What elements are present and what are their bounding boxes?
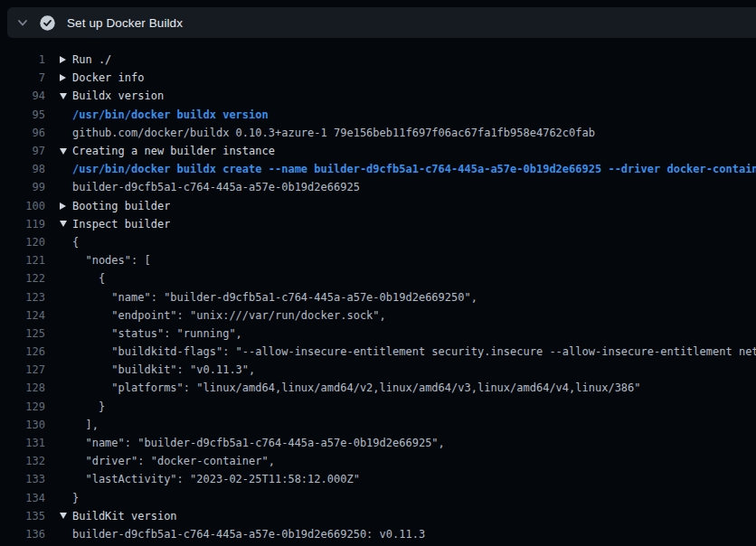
log-group-row[interactable]: 97Creating a new builder instance <box>0 142 756 160</box>
line-number[interactable]: 132 <box>0 455 45 467</box>
log-text: "lastActivity": "2023-02-25T11:58:12.000… <box>72 473 360 485</box>
log-line: 125 "status": "running", <box>0 325 756 343</box>
log-group-row[interactable]: 135BuildKit version <box>0 507 756 525</box>
line-number[interactable]: 100 <box>0 200 45 212</box>
line-number[interactable]: 127 <box>0 363 45 376</box>
line-number[interactable]: 126 <box>0 345 45 358</box>
log-text: ], <box>72 419 99 431</box>
line-number[interactable]: 97 <box>0 145 45 157</box>
chevron-right-icon <box>60 74 66 81</box>
gutter <box>60 202 72 210</box>
group-title: Run ./ <box>72 53 111 66</box>
log-text: builder-d9cfb5a1-c764-445a-a57e-0b19d2e6… <box>72 528 425 541</box>
log-text: "name": "builder-d9cfb5a1-c764-445a-a57e… <box>72 437 445 449</box>
log-line: 126 "buildkitd-flags": "--allow-insecure… <box>0 343 756 361</box>
log-text: github.com/docker/buildx 0.10.3+azure-1 … <box>72 127 595 139</box>
chevron-down-icon <box>60 93 67 99</box>
line-number[interactable]: 120 <box>0 236 45 249</box>
log-line: 128 "platforms": "linux/amd64,linux/amd6… <box>0 379 756 397</box>
group-title: Inspect builder <box>72 218 170 231</box>
group-title: Booting builder <box>72 200 170 212</box>
log-line: 98/usr/bin/docker buildx create --name b… <box>0 160 756 178</box>
log-line: 120{ <box>0 233 756 251</box>
log-text: "name": "builder-d9cfb5a1-c764-445a-a57e… <box>72 291 477 304</box>
log-line: 131 "name": "builder-d9cfb5a1-c764-445a-… <box>0 434 756 452</box>
line-number[interactable]: 130 <box>0 419 45 431</box>
line-number[interactable]: 134 <box>0 492 45 504</box>
check-circle-icon <box>40 15 55 31</box>
log-line: 122 { <box>0 269 756 287</box>
gutter <box>60 221 72 227</box>
log-text: "buildkitd-flags": "--allow-insecure-ent… <box>72 345 756 358</box>
log-lines: 1Run ./7Docker info94Buildx version95/us… <box>0 38 756 543</box>
line-number[interactable]: 125 <box>0 327 45 340</box>
log-text: "nodes": [ <box>72 254 151 267</box>
group-title: Docker info <box>72 71 144 84</box>
log-line: 96github.com/docker/buildx 0.10.3+azure-… <box>0 124 756 142</box>
log-text: "driver": "docker-container", <box>72 455 275 467</box>
log-group-row[interactable]: 1Run ./ <box>0 51 756 69</box>
line-number[interactable]: 133 <box>0 473 45 485</box>
log-text: { <box>72 272 105 285</box>
log-text: } <box>72 400 105 413</box>
log-group-row[interactable]: 7Docker info <box>0 69 756 87</box>
gutter <box>60 513 72 519</box>
log-line: 134} <box>0 489 756 507</box>
command-text: /usr/bin/docker buildx create --name bui… <box>72 163 756 175</box>
log-group-row[interactable]: 94Buildx version <box>0 87 756 105</box>
line-number[interactable]: 135 <box>0 510 45 522</box>
gutter <box>60 74 72 81</box>
log-line: 99builder-d9cfb5a1-c764-445a-a57e-0b19d2… <box>0 178 756 196</box>
line-number[interactable]: 136 <box>0 528 45 541</box>
chevron-down-icon <box>60 513 67 519</box>
gutter <box>60 148 72 155</box>
log-line: 95/usr/bin/docker buildx version <box>0 106 756 124</box>
log-line: 130 ], <box>0 416 756 434</box>
line-number[interactable]: 122 <box>0 272 45 285</box>
line-number[interactable]: 96 <box>0 127 45 139</box>
log-text: "status": "running", <box>72 327 242 340</box>
chevron-right-icon <box>60 56 66 63</box>
log-line: 123 "name": "builder-d9cfb5a1-c764-445a-… <box>0 287 756 306</box>
log-text: "endpoint": "unix:///var/run/docker.sock… <box>72 309 386 322</box>
log-line: 124 "endpoint": "unix:///var/run/docker.… <box>0 306 756 325</box>
line-number[interactable]: 121 <box>0 254 45 267</box>
group-title: BuildKit version <box>72 510 177 522</box>
gutter <box>60 93 72 99</box>
chevron-right-icon <box>60 202 66 210</box>
group-title: Buildx version <box>72 89 164 102</box>
line-number[interactable]: 95 <box>0 108 45 121</box>
log-group-row[interactable]: 119Inspect builder <box>0 215 756 233</box>
line-number[interactable]: 128 <box>0 381 45 394</box>
log-text: "buildkit": "v0.11.3", <box>72 363 255 376</box>
gutter <box>60 56 72 63</box>
line-number[interactable]: 7 <box>0 71 45 84</box>
line-number[interactable]: 98 <box>0 163 45 175</box>
line-number[interactable]: 99 <box>0 181 45 193</box>
line-number[interactable]: 1 <box>0 53 45 66</box>
line-number[interactable]: 129 <box>0 400 45 413</box>
step-title: Set up Docker Buildx <box>67 16 183 30</box>
line-number[interactable]: 123 <box>0 291 45 304</box>
log-line: 121 "nodes": [ <box>0 251 756 269</box>
step-header[interactable]: Set up Docker Buildx <box>7 7 756 38</box>
log-line: 133 "lastActivity": "2023-02-25T11:58:12… <box>0 470 756 488</box>
chevron-down-icon <box>60 148 67 155</box>
line-number[interactable]: 94 <box>0 89 45 102</box>
line-number[interactable]: 131 <box>0 437 45 449</box>
chevron-down-icon <box>60 221 67 227</box>
log-line: 132 "driver": "docker-container", <box>0 452 756 470</box>
line-number[interactable]: 119 <box>0 218 45 231</box>
log-line: 129 } <box>0 398 756 416</box>
log-text: } <box>72 492 79 504</box>
log-group-row[interactable]: 100Booting builder <box>0 197 756 215</box>
log-text: builder-d9cfb5a1-c764-445a-a57e-0b19d2e6… <box>72 181 360 193</box>
log-text: { <box>72 236 79 249</box>
chevron-down-icon[interactable] <box>16 16 29 29</box>
command-text: /usr/bin/docker buildx version <box>72 108 269 121</box>
line-number[interactable]: 124 <box>0 309 45 322</box>
log-text: "platforms": "linux/amd64,linux/amd64/v2… <box>72 381 641 394</box>
log-line: 127 "buildkit": "v0.11.3", <box>0 361 756 379</box>
log-line: 136builder-d9cfb5a1-c764-445a-a57e-0b19d… <box>0 525 756 543</box>
group-title: Creating a new builder instance <box>72 145 275 157</box>
